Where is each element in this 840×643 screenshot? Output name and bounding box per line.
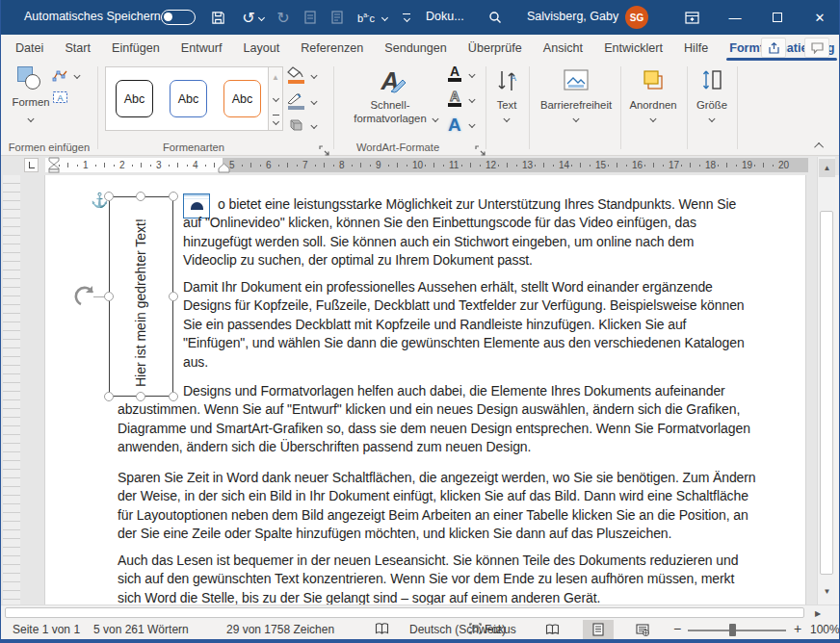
selection-handle-bottom-left[interactable] bbox=[104, 392, 114, 401]
edit-shape-dropdown-icon[interactable] bbox=[73, 72, 80, 79]
tab-entwicklert[interactable]: Entwicklert bbox=[593, 35, 673, 61]
focus-label[interactable]: Fokus bbox=[485, 623, 516, 636]
shape-outline-dropdown-icon[interactable] bbox=[310, 98, 317, 105]
accessibility-icon[interactable] bbox=[562, 66, 591, 93]
selection-handle-bottom-right[interactable] bbox=[169, 392, 178, 401]
tab-start[interactable]: Start bbox=[54, 35, 101, 61]
text-effects-dropdown-icon[interactable] bbox=[468, 121, 475, 128]
spelling-dropdown-icon[interactable] bbox=[379, 7, 390, 28]
text-fill-dropdown-icon[interactable] bbox=[468, 71, 475, 78]
paragraph[interactable]: o bietet eine leistungsstarke Möglichkei… bbox=[183, 195, 736, 270]
shape-style-thumbnail[interactable]: Abc bbox=[116, 80, 153, 117]
tab-hilfe[interactable]: Hilfe bbox=[673, 35, 719, 61]
text-fill-icon[interactable]: A bbox=[448, 65, 461, 82]
horizontal-scrollbar-thumb[interactable] bbox=[5, 607, 804, 618]
rotation-handle-icon[interactable] bbox=[74, 284, 98, 309]
scroll-up-icon[interactable]: ▲ bbox=[819, 159, 835, 177]
selection-handle-middle-left[interactable] bbox=[104, 292, 114, 301]
shape-fill-icon[interactable] bbox=[287, 66, 304, 84]
tab-datei[interactable]: Datei bbox=[5, 35, 54, 61]
tab-selector[interactable] bbox=[24, 158, 39, 172]
shapes-icon[interactable] bbox=[17, 66, 44, 91]
arrange-icon[interactable] bbox=[639, 66, 668, 93]
indent-marker-right[interactable] bbox=[218, 163, 230, 173]
edit-shape-icon[interactable] bbox=[52, 69, 68, 82]
zoom-slider-track[interactable] bbox=[688, 630, 786, 631]
spelling-grammar-icon[interactable]: ba-c bbox=[354, 7, 379, 28]
vertical-ruler[interactable] bbox=[3, 175, 20, 604]
text-box-icon[interactable]: A bbox=[52, 90, 68, 104]
maximize-button[interactable] bbox=[756, 0, 799, 35]
tab-layout[interactable]: Layout bbox=[232, 35, 290, 61]
close-button[interactable]: ✕ bbox=[799, 0, 840, 35]
selection-handle-top-middle[interactable] bbox=[136, 192, 145, 201]
selection-handle-top-left[interactable] bbox=[104, 192, 114, 201]
shapes-button[interactable]: Formen bbox=[13, 96, 50, 108]
wordart-quick-styles-icon[interactable]: A bbox=[371, 66, 409, 95]
save-button[interactable] bbox=[207, 7, 228, 28]
paragraph[interactable]: Sparen Sie Zeit in Word dank neuer Schal… bbox=[118, 469, 756, 544]
arrange-button[interactable]: Anordnen bbox=[630, 99, 677, 111]
tab-entwurf[interactable]: Entwurf bbox=[171, 35, 233, 61]
tab-einfügen[interactable]: Einfügen bbox=[101, 35, 171, 61]
tab-referenzen[interactable]: Referenzen bbox=[290, 35, 374, 61]
size-dropdown-icon[interactable] bbox=[708, 116, 715, 122]
shape-style-thumbnail[interactable]: Abc bbox=[170, 80, 207, 117]
tab-ansicht[interactable]: Ansicht bbox=[533, 35, 593, 61]
paragraph[interactable]: Damit Ihr Dokument ein professionelles A… bbox=[183, 278, 745, 372]
accessibility-button[interactable]: Barrierefreiheit bbox=[540, 99, 612, 111]
text-outline-dropdown-icon[interactable] bbox=[468, 96, 475, 103]
word-count[interactable]: 5 von 261 Wörtern bbox=[93, 623, 189, 636]
web-layout-icon[interactable] bbox=[627, 620, 658, 639]
vertical-scrollbar-thumb[interactable] bbox=[820, 211, 833, 575]
ribbon-display-options-icon[interactable] bbox=[681, 7, 702, 28]
horizontal-scrollbar[interactable]: ▶ bbox=[1, 604, 840, 620]
quick-styles-dropdown-icon[interactable] bbox=[432, 116, 438, 122]
gallery-more-icon[interactable] bbox=[269, 109, 282, 130]
print-preview-icon[interactable] bbox=[327, 7, 348, 28]
avatar[interactable]: SG bbox=[625, 6, 648, 29]
arrange-dropdown-icon[interactable] bbox=[649, 116, 656, 122]
char-count[interactable]: 29 von 1758 Zeichen bbox=[226, 623, 334, 636]
wordart-dialog-launcher-icon[interactable] bbox=[475, 142, 486, 153]
size-icon[interactable] bbox=[697, 66, 726, 93]
autosave-toggle[interactable] bbox=[161, 10, 196, 25]
selection-handle-middle-right[interactable] bbox=[169, 292, 178, 301]
gallery-up-icon[interactable]: ▲ bbox=[269, 67, 282, 89]
customize-qat-icon[interactable] bbox=[400, 7, 413, 28]
tab-sendungen[interactable]: Sendungen bbox=[374, 35, 457, 61]
text-effects-icon[interactable]: A bbox=[448, 115, 461, 136]
document-title[interactable]: Doku... bbox=[426, 10, 464, 23]
paragraph[interactable]: Designs und Formatvorlagen helfen auch d… bbox=[118, 382, 750, 457]
print-layout-icon[interactable] bbox=[583, 620, 614, 639]
tab-überprüfe[interactable]: Überprüfe bbox=[458, 35, 533, 61]
size-button[interactable]: Größe bbox=[696, 99, 727, 111]
shape-effects-dropdown-icon[interactable] bbox=[310, 122, 317, 129]
focus-icon[interactable] bbox=[469, 623, 482, 637]
zoom-out-icon[interactable]: − bbox=[673, 621, 681, 636]
paragraph[interactable]: Auch das Lesen ist bequemer in der neuen… bbox=[118, 552, 738, 604]
zoom-slider-thumb[interactable] bbox=[729, 624, 736, 636]
share-button[interactable] bbox=[761, 38, 786, 58]
selection-handle-top-right[interactable] bbox=[169, 192, 178, 201]
horizontal-ruler[interactable]: 1234567891011121314151617181920 bbox=[45, 158, 808, 172]
scroll-right-icon[interactable]: ▶ bbox=[810, 607, 826, 619]
redo-button[interactable]: ↻ bbox=[273, 7, 294, 28]
shape-effects-icon[interactable] bbox=[287, 117, 304, 133]
proofing-icon[interactable] bbox=[375, 622, 389, 638]
shape-outline-icon[interactable] bbox=[287, 92, 304, 110]
next-page-icon[interactable]: ▼ bbox=[819, 582, 835, 601]
quick-styles-label-line2[interactable]: formatvorlagen bbox=[354, 113, 426, 124]
text-dropdown-icon[interactable] bbox=[503, 116, 510, 122]
document-page-icon[interactable] bbox=[300, 7, 321, 28]
shapes-dropdown-icon[interactable] bbox=[27, 116, 34, 122]
vertical-scrollbar[interactable]: ▲ ▼ bbox=[817, 157, 835, 604]
document-page[interactable]: o bietet eine leistungsstarke Möglichkei… bbox=[44, 175, 806, 604]
accessibility-dropdown-icon[interactable] bbox=[572, 116, 579, 122]
text-direction-icon[interactable]: A bbox=[490, 66, 523, 95]
search-icon[interactable] bbox=[485, 7, 506, 28]
comments-button[interactable] bbox=[804, 38, 829, 58]
user-name[interactable]: Salvisberg, Gaby bbox=[527, 10, 618, 23]
zoom-in-icon[interactable]: + bbox=[794, 621, 801, 636]
indent-markers-left[interactable] bbox=[48, 157, 60, 173]
